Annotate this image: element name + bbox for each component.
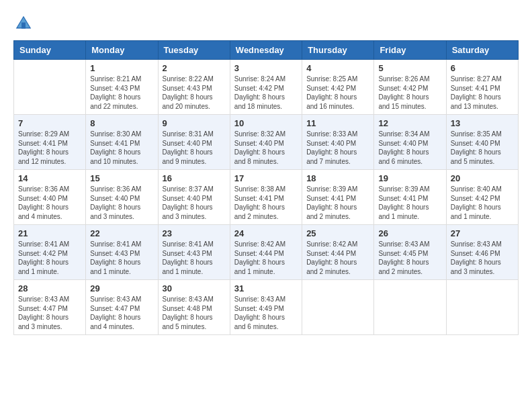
calendar-cell xyxy=(302,280,374,335)
day-number: 26 xyxy=(378,228,441,238)
day-number: 15 xyxy=(90,173,153,183)
calendar-cell: 8Sunrise: 8:30 AMSunset: 4:41 PMDaylight… xyxy=(86,115,158,170)
calendar-cell: 22Sunrise: 8:41 AMSunset: 4:43 PMDayligh… xyxy=(86,225,158,280)
cell-content: Sunrise: 8:25 AMSunset: 4:42 PMDaylight:… xyxy=(306,75,369,111)
day-number: 7 xyxy=(18,118,81,128)
calendar-cell: 28Sunrise: 8:43 AMSunset: 4:47 PMDayligh… xyxy=(14,280,86,335)
calendar-cell: 24Sunrise: 8:42 AMSunset: 4:44 PMDayligh… xyxy=(230,225,302,280)
calendar-cell: 12Sunrise: 8:34 AMSunset: 4:40 PMDayligh… xyxy=(374,115,446,170)
day-number: 10 xyxy=(234,118,298,128)
day-number: 19 xyxy=(378,173,441,183)
cell-content: Sunrise: 8:32 AMSunset: 4:40 PMDaylight:… xyxy=(234,130,298,166)
cell-content: Sunrise: 8:30 AMSunset: 4:41 PMDaylight:… xyxy=(90,130,153,166)
cell-content: Sunrise: 8:39 AMSunset: 4:41 PMDaylight:… xyxy=(306,185,369,221)
header-thursday: Thursday xyxy=(302,41,374,60)
calendar-cell xyxy=(446,280,518,335)
calendar-week-5: 28Sunrise: 8:43 AMSunset: 4:47 PMDayligh… xyxy=(14,280,519,335)
calendar-cell: 17Sunrise: 8:38 AMSunset: 4:41 PMDayligh… xyxy=(230,170,302,225)
calendar-cell: 31Sunrise: 8:43 AMSunset: 4:49 PMDayligh… xyxy=(230,280,302,335)
calendar-header-row: SundayMondayTuesdayWednesdayThursdayFrid… xyxy=(14,41,519,60)
header-sunday: Sunday xyxy=(14,41,86,60)
cell-content: Sunrise: 8:33 AMSunset: 4:40 PMDaylight:… xyxy=(306,130,369,166)
calendar-table: SundayMondayTuesdayWednesdayThursdayFrid… xyxy=(13,40,519,335)
calendar-cell: 25Sunrise: 8:42 AMSunset: 4:44 PMDayligh… xyxy=(302,225,374,280)
day-number: 18 xyxy=(306,173,369,183)
cell-content: Sunrise: 8:29 AMSunset: 4:41 PMDaylight:… xyxy=(18,130,81,166)
cell-content: Sunrise: 8:41 AMSunset: 4:43 PMDaylight:… xyxy=(90,240,153,276)
cell-content: Sunrise: 8:21 AMSunset: 4:43 PMDaylight:… xyxy=(90,75,153,111)
calendar-cell: 19Sunrise: 8:39 AMSunset: 4:41 PMDayligh… xyxy=(374,170,446,225)
day-number: 4 xyxy=(306,63,369,73)
calendar-cell: 30Sunrise: 8:43 AMSunset: 4:48 PMDayligh… xyxy=(158,280,230,335)
day-number: 14 xyxy=(18,173,81,183)
calendar-cell: 10Sunrise: 8:32 AMSunset: 4:40 PMDayligh… xyxy=(230,115,302,170)
cell-content: Sunrise: 8:35 AMSunset: 4:40 PMDaylight:… xyxy=(451,130,514,166)
cell-content: Sunrise: 8:27 AMSunset: 4:41 PMDaylight:… xyxy=(451,75,514,111)
calendar-cell: 18Sunrise: 8:39 AMSunset: 4:41 PMDayligh… xyxy=(302,170,374,225)
calendar-cell: 1Sunrise: 8:21 AMSunset: 4:43 PMDaylight… xyxy=(86,60,158,115)
cell-content: Sunrise: 8:37 AMSunset: 4:40 PMDaylight:… xyxy=(163,185,226,221)
day-number: 20 xyxy=(451,173,514,183)
cell-content: Sunrise: 8:40 AMSunset: 4:42 PMDaylight:… xyxy=(451,185,514,221)
cell-content: Sunrise: 8:43 AMSunset: 4:47 PMDaylight:… xyxy=(18,295,81,331)
day-number: 29 xyxy=(90,283,153,293)
day-number: 16 xyxy=(163,173,226,183)
cell-content: Sunrise: 8:38 AMSunset: 4:41 PMDaylight:… xyxy=(234,185,298,221)
day-number: 28 xyxy=(18,283,81,293)
calendar-cell: 14Sunrise: 8:36 AMSunset: 4:40 PMDayligh… xyxy=(14,170,86,225)
cell-content: Sunrise: 8:42 AMSunset: 4:44 PMDaylight:… xyxy=(234,240,298,276)
cell-content: Sunrise: 8:31 AMSunset: 4:40 PMDaylight:… xyxy=(163,130,226,166)
calendar-cell: 6Sunrise: 8:27 AMSunset: 4:41 PMDaylight… xyxy=(446,60,518,115)
cell-content: Sunrise: 8:43 AMSunset: 4:45 PMDaylight:… xyxy=(378,240,441,276)
logo-icon xyxy=(13,13,34,34)
calendar-week-1: 1Sunrise: 8:21 AMSunset: 4:43 PMDaylight… xyxy=(14,60,519,115)
calendar-cell: 9Sunrise: 8:31 AMSunset: 4:40 PMDaylight… xyxy=(158,115,230,170)
cell-content: Sunrise: 8:24 AMSunset: 4:42 PMDaylight:… xyxy=(234,75,298,111)
day-number: 21 xyxy=(18,228,81,238)
day-number: 25 xyxy=(306,228,369,238)
day-number: 17 xyxy=(234,173,298,183)
header-tuesday: Tuesday xyxy=(158,41,230,60)
calendar-cell: 26Sunrise: 8:43 AMSunset: 4:45 PMDayligh… xyxy=(374,225,446,280)
day-number: 30 xyxy=(163,283,226,293)
calendar-cell: 5Sunrise: 8:26 AMSunset: 4:42 PMDaylight… xyxy=(374,60,446,115)
calendar-cell: 4Sunrise: 8:25 AMSunset: 4:42 PMDaylight… xyxy=(302,60,374,115)
calendar-cell: 2Sunrise: 8:22 AMSunset: 4:43 PMDaylight… xyxy=(158,60,230,115)
calendar-week-4: 21Sunrise: 8:41 AMSunset: 4:42 PMDayligh… xyxy=(14,225,519,280)
calendar-cell: 7Sunrise: 8:29 AMSunset: 4:41 PMDaylight… xyxy=(14,115,86,170)
cell-content: Sunrise: 8:43 AMSunset: 4:49 PMDaylight:… xyxy=(234,295,298,331)
day-number: 27 xyxy=(451,228,514,238)
calendar-cell: 29Sunrise: 8:43 AMSunset: 4:47 PMDayligh… xyxy=(86,280,158,335)
calendar-cell: 3Sunrise: 8:24 AMSunset: 4:42 PMDaylight… xyxy=(230,60,302,115)
calendar-week-3: 14Sunrise: 8:36 AMSunset: 4:40 PMDayligh… xyxy=(14,170,519,225)
calendar-cell: 27Sunrise: 8:43 AMSunset: 4:46 PMDayligh… xyxy=(446,225,518,280)
day-number: 12 xyxy=(378,118,441,128)
day-number: 3 xyxy=(234,63,298,73)
day-number: 23 xyxy=(163,228,226,238)
cell-content: Sunrise: 8:39 AMSunset: 4:41 PMDaylight:… xyxy=(378,185,441,221)
calendar-week-2: 7Sunrise: 8:29 AMSunset: 4:41 PMDaylight… xyxy=(14,115,519,170)
calendar-cell: 16Sunrise: 8:37 AMSunset: 4:40 PMDayligh… xyxy=(158,170,230,225)
calendar-cell xyxy=(14,60,86,115)
day-number: 11 xyxy=(306,118,369,128)
cell-content: Sunrise: 8:43 AMSunset: 4:46 PMDaylight:… xyxy=(451,240,514,276)
cell-content: Sunrise: 8:22 AMSunset: 4:43 PMDaylight:… xyxy=(163,75,226,111)
logo xyxy=(13,13,38,34)
calendar-cell: 20Sunrise: 8:40 AMSunset: 4:42 PMDayligh… xyxy=(446,170,518,225)
day-number: 1 xyxy=(90,63,153,73)
day-number: 9 xyxy=(163,118,226,128)
day-number: 13 xyxy=(451,118,514,128)
cell-content: Sunrise: 8:43 AMSunset: 4:48 PMDaylight:… xyxy=(163,295,226,331)
calendar-cell: 13Sunrise: 8:35 AMSunset: 4:40 PMDayligh… xyxy=(446,115,518,170)
day-number: 5 xyxy=(378,63,441,73)
day-number: 24 xyxy=(234,228,298,238)
day-number: 31 xyxy=(234,283,298,293)
calendar-cell: 21Sunrise: 8:41 AMSunset: 4:42 PMDayligh… xyxy=(14,225,86,280)
header-monday: Monday xyxy=(86,41,158,60)
cell-content: Sunrise: 8:26 AMSunset: 4:42 PMDaylight:… xyxy=(378,75,441,111)
header-saturday: Saturday xyxy=(446,41,518,60)
day-number: 6 xyxy=(451,63,514,73)
calendar-cell: 15Sunrise: 8:36 AMSunset: 4:40 PMDayligh… xyxy=(86,170,158,225)
calendar-cell: 23Sunrise: 8:41 AMSunset: 4:43 PMDayligh… xyxy=(158,225,230,280)
cell-content: Sunrise: 8:41 AMSunset: 4:42 PMDaylight:… xyxy=(18,240,81,276)
